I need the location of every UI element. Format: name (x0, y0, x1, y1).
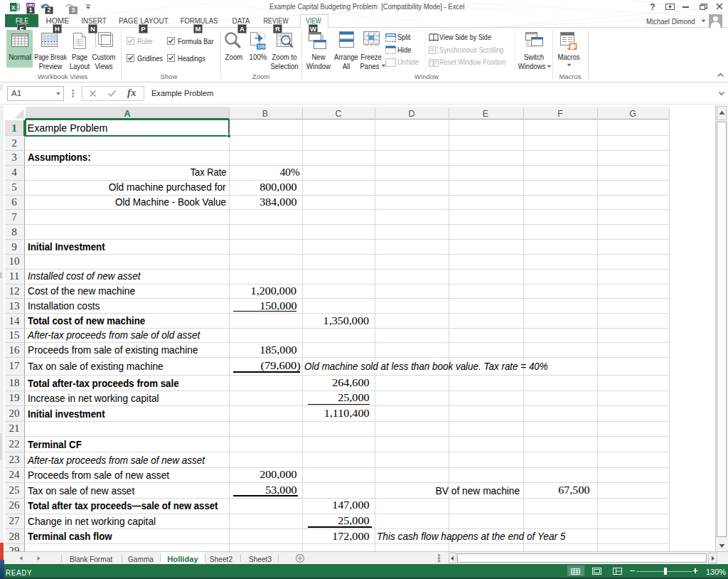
svg-text:100: 100 (257, 44, 265, 49)
svg-text:X: X (11, 4, 16, 11)
